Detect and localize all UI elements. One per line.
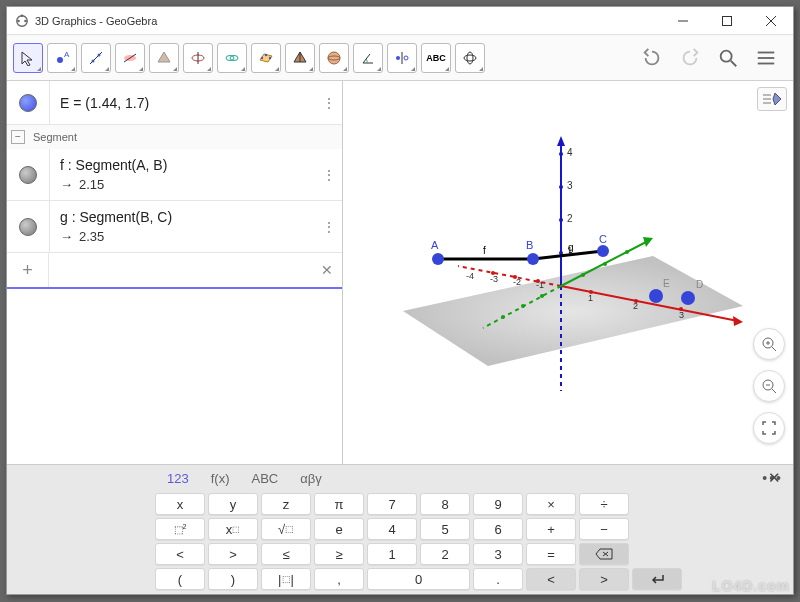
kebab-icon[interactable]: ⋮ bbox=[322, 219, 342, 235]
svg-text:g: g bbox=[568, 242, 574, 253]
fullscreen-button[interactable] bbox=[753, 412, 785, 444]
svg-point-78 bbox=[681, 291, 695, 305]
key-↵[interactable] bbox=[632, 568, 682, 590]
kb-tab-greek[interactable]: αβγ bbox=[300, 471, 322, 486]
add-button[interactable]: + bbox=[7, 253, 49, 287]
key-÷[interactable]: ÷ bbox=[579, 493, 629, 515]
kb-tab-123[interactable]: 123 bbox=[167, 471, 189, 486]
svg-point-11 bbox=[92, 59, 95, 62]
algebra-def: E = (1.44, 1.7) bbox=[50, 87, 322, 119]
svg-point-80 bbox=[649, 289, 663, 303]
key-)[interactable]: ) bbox=[208, 568, 258, 590]
key-2[interactable]: 2 bbox=[420, 543, 470, 565]
tool-sphere[interactable] bbox=[319, 43, 349, 73]
key-,[interactable]: , bbox=[314, 568, 364, 590]
tool-line[interactable] bbox=[81, 43, 111, 73]
key-([interactable]: ( bbox=[155, 568, 205, 590]
visibility-toggle[interactable] bbox=[19, 94, 37, 112]
tool-rotate-view[interactable] bbox=[455, 43, 485, 73]
zoom-in-button[interactable] bbox=[753, 328, 785, 360]
key-7[interactable]: 7 bbox=[367, 493, 417, 515]
zoom-out-button[interactable] bbox=[753, 370, 785, 402]
key-xⁿ[interactable]: x⬚ bbox=[208, 518, 258, 540]
search-icon[interactable] bbox=[717, 47, 739, 69]
key-5[interactable]: 5 bbox=[420, 518, 470, 540]
key-π[interactable]: π bbox=[314, 493, 364, 515]
tool-point[interactable]: A bbox=[47, 43, 77, 73]
key-≥[interactable]: ≥ bbox=[314, 543, 364, 565]
menu-icon[interactable] bbox=[755, 47, 777, 69]
kebab-icon[interactable]: ⋮ bbox=[322, 167, 342, 183]
key-8[interactable]: 8 bbox=[420, 493, 470, 515]
kb-close-icon[interactable]: ✕ bbox=[768, 469, 781, 487]
tool-plane-special[interactable] bbox=[115, 43, 145, 73]
watermark: LO4D.com bbox=[712, 578, 790, 594]
key-+[interactable]: + bbox=[526, 518, 576, 540]
kb-tab-abc[interactable]: ABC bbox=[251, 471, 278, 486]
key-1[interactable]: 1 bbox=[367, 543, 417, 565]
svg-point-44 bbox=[559, 218, 563, 222]
graphics-3d-view[interactable]: 1 2 3 4 -4 -3 -2 -1 1 2 3 bbox=[343, 81, 793, 464]
svg-text:3: 3 bbox=[679, 310, 684, 320]
tool-move[interactable] bbox=[13, 43, 43, 73]
style-bar-toggle[interactable] bbox=[757, 87, 787, 111]
clear-input-icon[interactable]: ✕ bbox=[312, 262, 342, 278]
virtual-keyboard: 123 f(x) ABC αβγ ••• ✕ xyzπ789×÷ ⬚2x⬚√⬚e… bbox=[7, 464, 793, 594]
key-<[interactable]: < bbox=[155, 543, 205, 565]
key-z[interactable]: z bbox=[261, 493, 311, 515]
visibility-toggle[interactable] bbox=[19, 166, 37, 184]
tool-pyramid[interactable] bbox=[285, 43, 315, 73]
algebra-row-segment-f[interactable]: f : Segment(A, B) →2.15 ⋮ bbox=[7, 149, 342, 201]
key->[interactable]: > bbox=[579, 568, 629, 590]
svg-point-23 bbox=[328, 52, 340, 64]
key-0[interactable]: 0 bbox=[367, 568, 470, 590]
algebra-row-segment-g[interactable]: g : Segment(B, C) →2.35 ⋮ bbox=[7, 201, 342, 253]
key-6[interactable]: 6 bbox=[473, 518, 523, 540]
key-=[interactable]: = bbox=[526, 543, 576, 565]
key-x[interactable]: x bbox=[155, 493, 205, 515]
tool-circle[interactable] bbox=[183, 43, 213, 73]
key-4[interactable]: 4 bbox=[367, 518, 417, 540]
key-≤[interactable]: ≤ bbox=[261, 543, 311, 565]
key-y[interactable]: y bbox=[208, 493, 258, 515]
svg-point-63 bbox=[521, 304, 525, 308]
key-<[interactable]: < bbox=[526, 568, 576, 590]
key-−[interactable]: − bbox=[579, 518, 629, 540]
key-√▢[interactable]: √⬚ bbox=[261, 518, 311, 540]
tool-text[interactable]: ABC bbox=[421, 43, 451, 73]
key-9[interactable]: 9 bbox=[473, 493, 523, 515]
3d-canvas[interactable]: 1 2 3 4 -4 -3 -2 -1 1 2 3 bbox=[343, 81, 793, 464]
algebra-input[interactable] bbox=[49, 253, 312, 287]
key->[interactable]: > bbox=[208, 543, 258, 565]
undo-icon[interactable] bbox=[641, 47, 663, 69]
tool-reflect[interactable] bbox=[387, 43, 417, 73]
redo-icon[interactable] bbox=[679, 47, 701, 69]
svg-point-30 bbox=[721, 50, 732, 61]
tool-intersect[interactable] bbox=[217, 43, 247, 73]
algebra-row-point-e[interactable]: E = (1.44, 1.7) ⋮ bbox=[7, 81, 342, 125]
visibility-toggle[interactable] bbox=[19, 218, 37, 236]
key-▢²[interactable]: ⬚2 bbox=[155, 518, 205, 540]
key-.[interactable]: . bbox=[473, 568, 523, 590]
section-header-segment[interactable]: − Segment bbox=[7, 125, 342, 149]
tool-angle[interactable] bbox=[353, 43, 383, 73]
minimize-button[interactable] bbox=[661, 7, 705, 34]
svg-point-72 bbox=[432, 253, 444, 265]
svg-text:3: 3 bbox=[567, 180, 573, 191]
key-e[interactable]: e bbox=[314, 518, 364, 540]
key-⌫[interactable] bbox=[579, 543, 629, 565]
tool-plane[interactable] bbox=[251, 43, 281, 73]
maximize-button[interactable] bbox=[705, 7, 749, 34]
kb-grid: xyzπ789×÷ ⬚2x⬚√⬚e456+− <>≤≥123= ()|⬚|,0.… bbox=[7, 491, 793, 594]
svg-text:2: 2 bbox=[567, 213, 573, 224]
tool-polygon[interactable] bbox=[149, 43, 179, 73]
svg-point-1 bbox=[17, 19, 20, 22]
collapse-icon[interactable]: − bbox=[11, 130, 25, 144]
key-|▢|[interactable]: |⬚| bbox=[261, 568, 311, 590]
close-button[interactable] bbox=[749, 7, 793, 34]
kebab-icon[interactable]: ⋮ bbox=[322, 95, 342, 111]
kb-tab-fx[interactable]: f(x) bbox=[211, 471, 230, 486]
svg-point-12 bbox=[98, 53, 101, 56]
key-×[interactable]: × bbox=[526, 493, 576, 515]
key-3[interactable]: 3 bbox=[473, 543, 523, 565]
